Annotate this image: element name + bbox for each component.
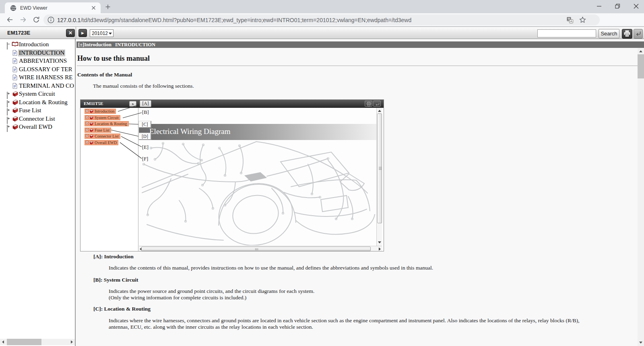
tree-item-page[interactable]: WIRE HARNESS RE xyxy=(0,74,75,82)
window-close-button[interactable] xyxy=(627,0,644,12)
figure-close-button: x xyxy=(129,101,136,107)
term-dropdown[interactable]: 201012 xyxy=(90,29,114,37)
window-minimize-button[interactable] xyxy=(590,0,608,12)
mini-plus-icon xyxy=(86,134,89,137)
back-icon[interactable] xyxy=(6,16,14,24)
print-button[interactable] xyxy=(622,29,632,39)
tree-label[interactable]: Introduction xyxy=(19,41,49,48)
figure-print-button xyxy=(365,101,372,107)
tree-label[interactable]: Overall EWD xyxy=(19,124,52,130)
tree-item-book[interactable]: Fuse List xyxy=(0,107,75,115)
expand-icon[interactable] xyxy=(7,92,8,99)
figure-menu-label: System Circuit xyxy=(95,115,119,120)
scroll-right-icon[interactable] xyxy=(71,340,73,344)
lead-paragraph: The manual consists of the following sec… xyxy=(93,83,194,89)
tree-item-page[interactable]: INTRODUCTION xyxy=(0,49,75,58)
figure-menu-location-routing: Location & Routing xyxy=(85,121,129,126)
scroll-left-icon[interactable] xyxy=(2,340,4,344)
scrollbar-thumb[interactable] xyxy=(638,54,644,78)
term-value: 201012 xyxy=(92,31,108,36)
page-icon xyxy=(12,66,17,72)
address-bar[interactable]: 127.0.0.1/td/td3ewd/pgm/standaloneEWD.ht… xyxy=(43,14,600,25)
tree-label[interactable]: Connector List xyxy=(19,115,55,122)
new-tab-button[interactable] xyxy=(105,4,110,9)
definition-desc-c: Indicates where the wire harnesses, conn… xyxy=(109,317,598,330)
bookmark-star-icon[interactable] xyxy=(579,16,586,23)
figure-horizontal-scrollbar xyxy=(139,246,382,251)
document-pane: [±]IntroductionINTRODUCTION How to use t… xyxy=(76,39,644,346)
mini-book-icon xyxy=(89,116,94,120)
publication-close-button[interactable]: ✕ xyxy=(66,29,75,37)
figure-banner: Electrical Wiring Diagram xyxy=(139,124,376,140)
closed-book-icon xyxy=(12,116,19,122)
figure-menu-overall-ewd: Overall EWD xyxy=(85,140,118,145)
search-button[interactable]: Search xyxy=(599,29,619,38)
reload-icon[interactable] xyxy=(32,16,40,24)
scroll-up-icon[interactable] xyxy=(639,50,642,52)
tree-item-page[interactable]: GLOSSARY OF TER xyxy=(0,66,75,74)
tree-label[interactable]: GLOSSARY OF TER xyxy=(19,66,72,73)
closed-book-icon xyxy=(12,124,19,130)
tree-item-page[interactable]: TERMINAL AND CO xyxy=(0,82,75,91)
go-button[interactable]: ▶ xyxy=(78,29,87,37)
document-vertical-scrollbar[interactable] xyxy=(638,48,644,346)
tree-item-book[interactable]: System Circuit xyxy=(0,90,75,99)
scroll-down-icon[interactable] xyxy=(639,342,642,344)
figure-menu-system-circuit: System Circuit xyxy=(85,115,120,120)
expand-icon[interactable] xyxy=(7,125,8,132)
figure-content-pane: Electrical Wiring Diagram xyxy=(139,108,376,246)
figure-menu-label: Fuse List xyxy=(95,128,109,132)
figure-label-c: [C] xyxy=(138,121,151,128)
mini-book-icon xyxy=(89,141,94,145)
figure-label-f: [F] xyxy=(142,156,148,162)
definition-term-b: [B]: System Circuit xyxy=(93,277,138,283)
tree-label[interactable]: System Circuit xyxy=(19,91,55,97)
toc-sidebar: Introduction INTRODUCTION ABBREVIATIONS xyxy=(0,39,76,346)
window-maximize-button[interactable] xyxy=(609,0,626,12)
figure-scroll-right-icon xyxy=(379,247,381,251)
expand-icon[interactable] xyxy=(7,117,8,124)
toggle-glyph[interactable]: [±] xyxy=(78,42,84,47)
tree-item-page[interactable]: ABBREVIATIONS xyxy=(0,57,75,66)
tree-label[interactable]: TERMINAL AND CO xyxy=(19,82,74,89)
browser-tab-bar: EWD Viewer xyxy=(0,0,644,13)
expand-icon[interactable] xyxy=(7,100,8,107)
figure-banner-text: Electrical Wiring Diagram xyxy=(149,127,230,136)
figure-vertical-scrollbar xyxy=(376,108,382,246)
divider xyxy=(77,66,638,66)
figure-menu-label: Introduction xyxy=(95,109,114,113)
mini-book-icon xyxy=(89,128,94,132)
browser-tab[interactable]: EWD Viewer xyxy=(5,2,101,13)
return-arrow-icon xyxy=(634,29,643,38)
url-text[interactable]: 127.0.0.1/td/td3ewd/pgm/standaloneEWD.ht… xyxy=(57,17,411,23)
tree-label[interactable]: Fuse List xyxy=(19,107,41,114)
breadcrumb-book: Introduction xyxy=(84,42,111,47)
tree-item-book[interactable]: Overall EWD xyxy=(0,123,75,132)
return-button[interactable] xyxy=(634,29,643,39)
tree-label[interactable]: Location & Routing xyxy=(19,99,68,106)
document-breadcrumb-bar[interactable]: [±]IntroductionINTRODUCTION xyxy=(76,41,644,48)
toolbar-separator xyxy=(76,27,76,39)
definition-desc-b1: Indicates the power source and ground po… xyxy=(109,288,598,295)
tab-close-icon[interactable] xyxy=(91,6,96,10)
tree-item-book[interactable]: Location & Routing xyxy=(0,99,75,107)
tree-label[interactable]: ABBREVIATIONS xyxy=(19,58,67,64)
scrollbar-thumb[interactable] xyxy=(7,339,41,345)
tree-item-introduction-root[interactable]: Introduction xyxy=(0,41,75,49)
sidebar-horizontal-scrollbar[interactable] xyxy=(0,339,75,345)
expand-icon[interactable] xyxy=(7,108,8,115)
figure-menu-connector-list: Connector List xyxy=(85,134,120,139)
figure-menu-introduction: Introduction xyxy=(85,109,116,114)
forward-icon[interactable] xyxy=(19,16,27,24)
search-input[interactable] xyxy=(537,29,596,37)
translate-icon[interactable] xyxy=(567,17,573,23)
mini-plus-icon xyxy=(86,128,89,131)
tree-label[interactable]: WIRE HARNESS RE xyxy=(19,74,72,81)
car-wiring-illustration xyxy=(139,140,376,245)
tree-label-selected[interactable]: INTRODUCTION xyxy=(18,49,65,56)
tree-item-book[interactable]: Connector List xyxy=(0,115,75,124)
collapse-icon[interactable] xyxy=(7,42,8,49)
page-info-icon[interactable] xyxy=(47,16,54,23)
definition-desc-b2: (Only the wiring information for complet… xyxy=(109,295,598,301)
browser-nav-bar: 127.0.0.1/td/td3ewd/pgm/standaloneEWD.ht… xyxy=(0,13,644,27)
